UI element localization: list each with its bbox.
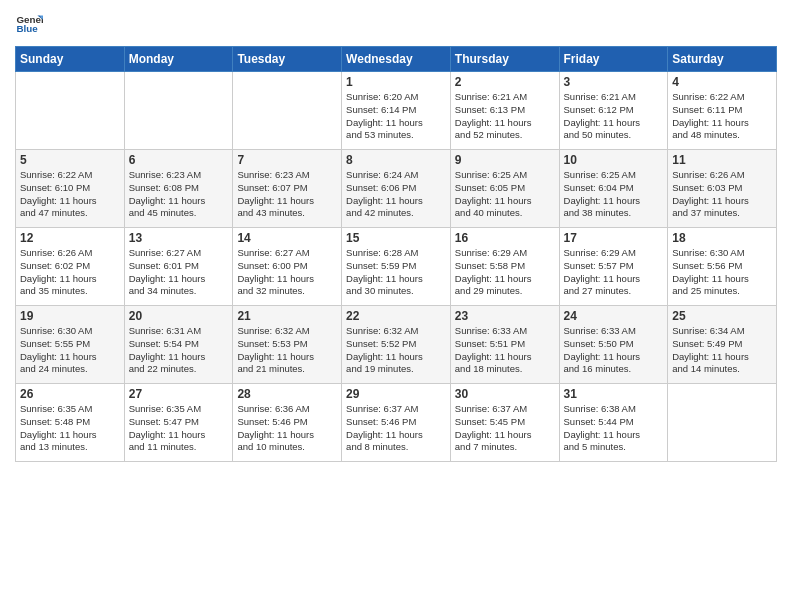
logo-icon: General Blue: [15, 10, 43, 38]
day-info: Sunrise: 6:24 AM Sunset: 6:06 PM Dayligh…: [346, 169, 446, 220]
calendar-cell: 20Sunrise: 6:31 AM Sunset: 5:54 PM Dayli…: [124, 306, 233, 384]
day-number: 26: [20, 387, 120, 401]
calendar-cell: 18Sunrise: 6:30 AM Sunset: 5:56 PM Dayli…: [668, 228, 777, 306]
day-info: Sunrise: 6:26 AM Sunset: 6:03 PM Dayligh…: [672, 169, 772, 220]
day-number: 10: [564, 153, 664, 167]
day-number: 9: [455, 153, 555, 167]
weekday-header-monday: Monday: [124, 47, 233, 72]
day-info: Sunrise: 6:29 AM Sunset: 5:57 PM Dayligh…: [564, 247, 664, 298]
day-info: Sunrise: 6:31 AM Sunset: 5:54 PM Dayligh…: [129, 325, 229, 376]
day-number: 23: [455, 309, 555, 323]
calendar-cell: 30Sunrise: 6:37 AM Sunset: 5:45 PM Dayli…: [450, 384, 559, 462]
calendar-cell: 19Sunrise: 6:30 AM Sunset: 5:55 PM Dayli…: [16, 306, 125, 384]
week-row-1: 1Sunrise: 6:20 AM Sunset: 6:14 PM Daylig…: [16, 72, 777, 150]
calendar-cell: 28Sunrise: 6:36 AM Sunset: 5:46 PM Dayli…: [233, 384, 342, 462]
weekday-header-sunday: Sunday: [16, 47, 125, 72]
calendar-cell: 5Sunrise: 6:22 AM Sunset: 6:10 PM Daylig…: [16, 150, 125, 228]
day-info: Sunrise: 6:36 AM Sunset: 5:46 PM Dayligh…: [237, 403, 337, 454]
calendar-cell: 23Sunrise: 6:33 AM Sunset: 5:51 PM Dayli…: [450, 306, 559, 384]
day-info: Sunrise: 6:30 AM Sunset: 5:56 PM Dayligh…: [672, 247, 772, 298]
calendar-cell: 15Sunrise: 6:28 AM Sunset: 5:59 PM Dayli…: [342, 228, 451, 306]
day-info: Sunrise: 6:35 AM Sunset: 5:48 PM Dayligh…: [20, 403, 120, 454]
calendar-cell: 7Sunrise: 6:23 AM Sunset: 6:07 PM Daylig…: [233, 150, 342, 228]
calendar-cell: [124, 72, 233, 150]
day-info: Sunrise: 6:32 AM Sunset: 5:52 PM Dayligh…: [346, 325, 446, 376]
weekday-header-tuesday: Tuesday: [233, 47, 342, 72]
calendar-cell: 14Sunrise: 6:27 AM Sunset: 6:00 PM Dayli…: [233, 228, 342, 306]
day-info: Sunrise: 6:28 AM Sunset: 5:59 PM Dayligh…: [346, 247, 446, 298]
calendar-cell: 1Sunrise: 6:20 AM Sunset: 6:14 PM Daylig…: [342, 72, 451, 150]
day-number: 17: [564, 231, 664, 245]
day-number: 19: [20, 309, 120, 323]
header: General Blue: [15, 10, 777, 38]
day-number: 22: [346, 309, 446, 323]
day-number: 21: [237, 309, 337, 323]
day-info: Sunrise: 6:22 AM Sunset: 6:11 PM Dayligh…: [672, 91, 772, 142]
calendar-cell: 16Sunrise: 6:29 AM Sunset: 5:58 PM Dayli…: [450, 228, 559, 306]
calendar-cell: 11Sunrise: 6:26 AM Sunset: 6:03 PM Dayli…: [668, 150, 777, 228]
day-number: 8: [346, 153, 446, 167]
day-info: Sunrise: 6:23 AM Sunset: 6:07 PM Dayligh…: [237, 169, 337, 220]
calendar-cell: 3Sunrise: 6:21 AM Sunset: 6:12 PM Daylig…: [559, 72, 668, 150]
day-number: 31: [564, 387, 664, 401]
week-row-4: 19Sunrise: 6:30 AM Sunset: 5:55 PM Dayli…: [16, 306, 777, 384]
week-row-2: 5Sunrise: 6:22 AM Sunset: 6:10 PM Daylig…: [16, 150, 777, 228]
day-info: Sunrise: 6:33 AM Sunset: 5:51 PM Dayligh…: [455, 325, 555, 376]
day-number: 16: [455, 231, 555, 245]
day-number: 3: [564, 75, 664, 89]
calendar-cell: 12Sunrise: 6:26 AM Sunset: 6:02 PM Dayli…: [16, 228, 125, 306]
day-number: 29: [346, 387, 446, 401]
calendar-cell: 6Sunrise: 6:23 AM Sunset: 6:08 PM Daylig…: [124, 150, 233, 228]
calendar-table: SundayMondayTuesdayWednesdayThursdayFrid…: [15, 46, 777, 462]
calendar-cell: 26Sunrise: 6:35 AM Sunset: 5:48 PM Dayli…: [16, 384, 125, 462]
day-info: Sunrise: 6:26 AM Sunset: 6:02 PM Dayligh…: [20, 247, 120, 298]
day-number: 18: [672, 231, 772, 245]
svg-text:Blue: Blue: [16, 23, 38, 34]
day-number: 24: [564, 309, 664, 323]
calendar-cell: 22Sunrise: 6:32 AM Sunset: 5:52 PM Dayli…: [342, 306, 451, 384]
calendar-cell: [668, 384, 777, 462]
calendar-cell: [16, 72, 125, 150]
day-info: Sunrise: 6:35 AM Sunset: 5:47 PM Dayligh…: [129, 403, 229, 454]
week-row-3: 12Sunrise: 6:26 AM Sunset: 6:02 PM Dayli…: [16, 228, 777, 306]
weekday-header-saturday: Saturday: [668, 47, 777, 72]
day-info: Sunrise: 6:34 AM Sunset: 5:49 PM Dayligh…: [672, 325, 772, 376]
day-info: Sunrise: 6:27 AM Sunset: 6:00 PM Dayligh…: [237, 247, 337, 298]
day-info: Sunrise: 6:38 AM Sunset: 5:44 PM Dayligh…: [564, 403, 664, 454]
day-number: 2: [455, 75, 555, 89]
day-info: Sunrise: 6:29 AM Sunset: 5:58 PM Dayligh…: [455, 247, 555, 298]
day-number: 20: [129, 309, 229, 323]
calendar-cell: 31Sunrise: 6:38 AM Sunset: 5:44 PM Dayli…: [559, 384, 668, 462]
calendar-cell: 21Sunrise: 6:32 AM Sunset: 5:53 PM Dayli…: [233, 306, 342, 384]
day-number: 7: [237, 153, 337, 167]
day-number: 13: [129, 231, 229, 245]
day-number: 30: [455, 387, 555, 401]
calendar-cell: 29Sunrise: 6:37 AM Sunset: 5:46 PM Dayli…: [342, 384, 451, 462]
day-info: Sunrise: 6:27 AM Sunset: 6:01 PM Dayligh…: [129, 247, 229, 298]
day-number: 6: [129, 153, 229, 167]
day-number: 5: [20, 153, 120, 167]
day-number: 15: [346, 231, 446, 245]
day-info: Sunrise: 6:23 AM Sunset: 6:08 PM Dayligh…: [129, 169, 229, 220]
day-number: 25: [672, 309, 772, 323]
week-row-5: 26Sunrise: 6:35 AM Sunset: 5:48 PM Dayli…: [16, 384, 777, 462]
logo: General Blue: [15, 10, 47, 38]
calendar-cell: 2Sunrise: 6:21 AM Sunset: 6:13 PM Daylig…: [450, 72, 559, 150]
day-info: Sunrise: 6:22 AM Sunset: 6:10 PM Dayligh…: [20, 169, 120, 220]
calendar-cell: 9Sunrise: 6:25 AM Sunset: 6:05 PM Daylig…: [450, 150, 559, 228]
calendar-cell: 10Sunrise: 6:25 AM Sunset: 6:04 PM Dayli…: [559, 150, 668, 228]
weekday-header-thursday: Thursday: [450, 47, 559, 72]
day-number: 4: [672, 75, 772, 89]
calendar-cell: 17Sunrise: 6:29 AM Sunset: 5:57 PM Dayli…: [559, 228, 668, 306]
day-info: Sunrise: 6:21 AM Sunset: 6:12 PM Dayligh…: [564, 91, 664, 142]
day-info: Sunrise: 6:25 AM Sunset: 6:04 PM Dayligh…: [564, 169, 664, 220]
weekday-header-wednesday: Wednesday: [342, 47, 451, 72]
day-info: Sunrise: 6:25 AM Sunset: 6:05 PM Dayligh…: [455, 169, 555, 220]
calendar-cell: 25Sunrise: 6:34 AM Sunset: 5:49 PM Dayli…: [668, 306, 777, 384]
day-info: Sunrise: 6:37 AM Sunset: 5:46 PM Dayligh…: [346, 403, 446, 454]
weekday-header-row: SundayMondayTuesdayWednesdayThursdayFrid…: [16, 47, 777, 72]
day-info: Sunrise: 6:21 AM Sunset: 6:13 PM Dayligh…: [455, 91, 555, 142]
calendar-cell: 13Sunrise: 6:27 AM Sunset: 6:01 PM Dayli…: [124, 228, 233, 306]
calendar-cell: 8Sunrise: 6:24 AM Sunset: 6:06 PM Daylig…: [342, 150, 451, 228]
day-number: 1: [346, 75, 446, 89]
